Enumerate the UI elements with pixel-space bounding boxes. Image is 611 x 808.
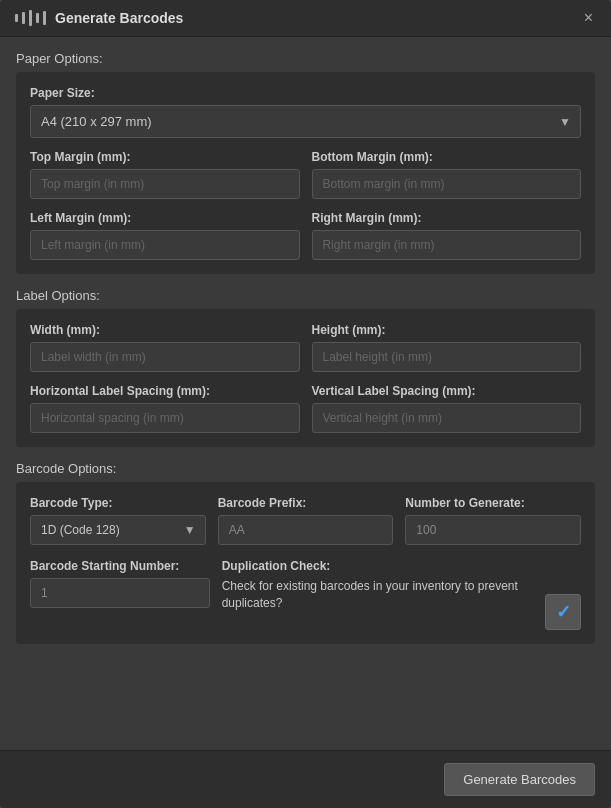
left-margin-input[interactable] [30,230,300,260]
label-options-section: Label Options: Width (mm): Height (mm): [16,288,595,447]
starting-number-group: Barcode Starting Number: [30,559,210,608]
barcode-type-select[interactable]: 1D (Code 128) 1D (Code 39) QR Code EAN-1… [30,515,206,545]
dialog-title: Generate Barcodes [55,10,572,26]
width-input[interactable] [30,342,300,372]
right-margin-input[interactable] [312,230,582,260]
number-to-generate-group: Number to Generate: [405,496,581,545]
paper-size-row: Paper Size: A4 (210 x 297 mm) A3 Letter … [30,86,581,138]
number-to-generate-label: Number to Generate: [405,496,581,510]
height-group: Height (mm): [312,323,582,372]
barcode-options-section: Barcode Options: Barcode Type: 1D (Code … [16,461,595,644]
horizontal-spacing-label: Horizontal Label Spacing (mm): [30,384,300,398]
top-margin-input[interactable] [30,169,300,199]
top-margin-group: Top Margin (mm): [30,150,300,199]
top-margin-label: Top Margin (mm): [30,150,300,164]
paper-options-label: Paper Options: [16,51,595,66]
dialog-footer: Generate Barcodes [0,750,611,808]
bottom-margin-group: Bottom Margin (mm): [312,150,582,199]
right-margin-label: Right Margin (mm): [312,211,582,225]
vertical-spacing-group: Vertical Label Spacing (mm): [312,384,582,433]
barcode-icon [14,10,47,26]
barcode-options-label: Barcode Options: [16,461,595,476]
checkmark-icon: ✓ [556,601,571,623]
barcode-type-group: Barcode Type: 1D (Code 128) 1D (Code 39)… [30,496,206,545]
barcode-bottom-row: Barcode Starting Number: Duplication Che… [30,559,581,630]
barcode-prefix-label: Barcode Prefix: [218,496,394,510]
margins-row-2: Left Margin (mm): Right Margin (mm): [30,211,581,260]
paper-size-label: Paper Size: [30,86,581,100]
vertical-spacing-label: Vertical Label Spacing (mm): [312,384,582,398]
duplication-check-checkbox[interactable]: ✓ [545,594,581,630]
starting-number-label: Barcode Starting Number: [30,559,210,573]
bottom-margin-input[interactable] [312,169,582,199]
margins-row-1: Top Margin (mm): Bottom Margin (mm): [30,150,581,199]
width-group: Width (mm): [30,323,300,372]
close-button[interactable]: × [580,10,597,26]
barcode-top-row: Barcode Type: 1D (Code 128) 1D (Code 39)… [30,496,581,545]
duplication-check-group: Duplication Check: Check for existing ba… [222,559,581,630]
paper-options-section: Paper Options: Paper Size: A4 (210 x 297… [16,51,595,274]
paper-size-select[interactable]: A4 (210 x 297 mm) A3 Letter Legal [30,105,581,138]
bottom-margin-label: Bottom Margin (mm): [312,150,582,164]
width-label: Width (mm): [30,323,300,337]
horizontal-spacing-input[interactable] [30,403,300,433]
generate-barcodes-dialog: Generate Barcodes × Paper Options: Paper… [0,0,611,808]
height-input[interactable] [312,342,582,372]
left-margin-label: Left Margin (mm): [30,211,300,225]
number-to-generate-input[interactable] [405,515,581,545]
barcode-options-box: Barcode Type: 1D (Code 128) 1D (Code 39)… [16,482,595,644]
paper-options-box: Paper Size: A4 (210 x 297 mm) A3 Letter … [16,72,595,274]
vertical-spacing-input[interactable] [312,403,582,433]
barcode-type-select-wrapper: 1D (Code 128) 1D (Code 39) QR Code EAN-1… [30,515,206,545]
duplication-check-label: Duplication Check: [222,559,581,573]
paper-size-select-wrapper: A4 (210 x 297 mm) A3 Letter Legal ▼ [30,105,581,138]
barcode-prefix-input[interactable] [218,515,394,545]
generate-barcodes-button[interactable]: Generate Barcodes [444,763,595,796]
duplication-check-content: Check for existing barcodes in your inve… [222,578,581,630]
label-options-box: Width (mm): Height (mm): Horizontal Labe… [16,309,595,447]
label-options-label: Label Options: [16,288,595,303]
starting-number-input[interactable] [30,578,210,608]
label-spacing-row: Horizontal Label Spacing (mm): Vertical … [30,384,581,433]
barcode-prefix-group: Barcode Prefix: [218,496,394,545]
dialog-titlebar: Generate Barcodes × [0,0,611,37]
left-margin-group: Left Margin (mm): [30,211,300,260]
horizontal-spacing-group: Horizontal Label Spacing (mm): [30,384,300,433]
height-label: Height (mm): [312,323,582,337]
barcode-type-label: Barcode Type: [30,496,206,510]
label-dimensions-row: Width (mm): Height (mm): [30,323,581,372]
dialog-body: Paper Options: Paper Size: A4 (210 x 297… [0,37,611,750]
right-margin-group: Right Margin (mm): [312,211,582,260]
duplication-check-description: Check for existing barcodes in your inve… [222,578,535,612]
